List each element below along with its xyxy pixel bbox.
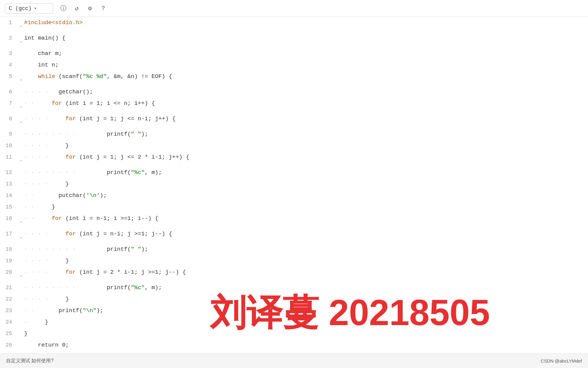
fold-arrow — [18, 316, 24, 320]
fold-arrow — [18, 190, 24, 194]
code-content: return 0; — [24, 339, 588, 351]
line-number: 15 — [0, 201, 18, 213]
code-line-21: 21 · · · · · · · · printf("%c", m); — [0, 282, 588, 293]
code-content: char m; — [24, 48, 588, 59]
fold-arrow — [18, 339, 24, 343]
fold-arrow — [18, 328, 24, 332]
line-number: 6 — [0, 86, 18, 98]
line-number: 14 — [0, 190, 18, 201]
chevron-down-icon: ▾ — [34, 6, 37, 11]
code-line-12: 12 · · · · · · · · printf("%c", m); — [0, 167, 588, 178]
line-number: 12 — [0, 167, 18, 178]
code-line-14: 14 · · putchar('\n'); — [0, 190, 588, 201]
code-line-18: 18 · · · · · · · · printf(" "); — [0, 244, 588, 255]
code-line-19: 19 · · · · } — [0, 255, 588, 266]
code-content: · · } — [24, 201, 588, 213]
code-content: · · printf("\n"); — [24, 305, 588, 316]
fold-arrow — [18, 178, 24, 182]
code-line-25: 25 } — [0, 328, 588, 339]
code-line-7: 7 ▾ · · for (int i = 1; i <= n; i++) { — [0, 98, 588, 113]
language-label: C (gcc) — [9, 5, 32, 11]
line-number: 17 — [0, 228, 18, 240]
code-content: while (scanf("%c %d", &m, &n) != EOF) { — [24, 71, 588, 82]
code-content: · · · · for (int j = 1; j <= 2 * i-1; j+… — [24, 151, 588, 163]
code-content: · · · · for (int j = 2 * i-1; j >=1; j--… — [24, 266, 588, 278]
code-content: · · · · · · · · printf("%c", m); — [24, 167, 588, 178]
line-number: 23 — [0, 305, 18, 316]
fold-arrow[interactable]: ▾ — [18, 266, 24, 282]
code-content: · · · · } — [24, 178, 588, 190]
line-number: 26 — [0, 339, 18, 351]
toolbar: C (gcc) ▾ ⓘ ↺ ⚙ ? — [0, 0, 588, 17]
code-content: · · · · getchar(); — [24, 86, 588, 98]
code-content: · · · · · · · · printf("%c", m); — [24, 282, 588, 293]
code-content: int n; — [24, 59, 588, 71]
code-content: #include<stdio.h> — [24, 17, 588, 28]
fold-arrow[interactable]: ▾ — [18, 213, 24, 228]
code-line-6: 6 · · · · getchar(); — [0, 86, 588, 98]
bottom-left-text: 自定义测试 如何使用? — [6, 358, 53, 364]
line-number: 5 — [0, 71, 18, 82]
code-line-23: 23 · · printf("\n"); — [0, 305, 588, 316]
fold-arrow — [18, 305, 24, 309]
fold-arrow[interactable]: ▾ — [18, 98, 24, 113]
code-content: · · · · · · · · printf(" "); — [24, 128, 588, 140]
line-number: 1 — [0, 17, 18, 28]
code-content: · } — [24, 316, 588, 328]
code-line-17: 17 ▾ · · · · for (int j = n-i; j >=1; j-… — [0, 228, 588, 244]
line-number: 4 — [0, 59, 18, 71]
fold-arrow[interactable]: ▾ — [18, 113, 24, 128]
code-line-4: 4 int n; — [0, 59, 588, 71]
code-line-13: 13 · · · · } — [0, 178, 588, 190]
language-selector[interactable]: C (gcc) ▾ — [5, 3, 53, 14]
code-line-9: 9 · · · · · · · · printf(" "); — [0, 128, 588, 140]
code-line-15: 15 · · } — [0, 201, 588, 213]
line-number: 10 — [0, 140, 18, 151]
line-number: 9 — [0, 128, 18, 140]
fold-arrow — [18, 59, 24, 63]
code-line-20: 20 ▾ · · · · for (int j = 2 * i-1; j >=1… — [0, 266, 588, 282]
code-content: int main() { — [24, 32, 588, 44]
fold-arrow — [18, 140, 24, 144]
bottom-bar: 自定义测试 如何使用? CSDN @abcLYMdef — [0, 353, 588, 368]
fold-arrow[interactable]: ▾ — [18, 17, 24, 32]
code-content: · · for (int i = n-1; i >=1; i--) { — [24, 213, 588, 224]
line-number: 13 — [0, 178, 18, 190]
fold-arrow — [18, 86, 24, 90]
fold-arrow — [18, 201, 24, 205]
code-editor: 1 ▾ #include<stdio.h> 2 ▾ int main() { 3… — [0, 17, 588, 351]
code-content: · · · · } — [24, 293, 588, 305]
fold-arrow[interactable]: ▾ — [18, 228, 24, 244]
fold-arrow — [18, 128, 24, 132]
line-number: 3 — [0, 48, 18, 59]
code-line-24: 24 · } — [0, 316, 588, 328]
settings-icon[interactable]: ⚙ — [86, 4, 94, 13]
fold-arrow[interactable]: ▾ — [18, 151, 24, 167]
code-content: · · · · } — [24, 255, 588, 266]
code-content: · · · · for (int j = 1; j <= n-i; j++) { — [24, 113, 588, 124]
fold-arrow[interactable]: ▾ — [18, 71, 24, 86]
fold-arrow — [18, 255, 24, 259]
help-icon[interactable]: ? — [99, 4, 107, 13]
info-icon[interactable]: ⓘ — [59, 4, 68, 13]
history-icon[interactable]: ↺ — [72, 4, 81, 13]
code-line-10: 10 · · · · } — [0, 140, 588, 151]
code-line-8: 8 ▾ · · · · for (int j = 1; j <= n-i; j+… — [0, 113, 588, 128]
line-number: 22 — [0, 293, 18, 305]
code-content: } — [24, 328, 588, 339]
code-line-1: 1 ▾ #include<stdio.h> — [0, 17, 588, 32]
line-number: 20 — [0, 266, 18, 278]
code-line-16: 16 ▾ · · for (int i = n-1; i >=1; i--) { — [0, 213, 588, 228]
code-line-26: 26 return 0; — [0, 339, 588, 351]
code-content: · · putchar('\n'); — [24, 190, 588, 201]
code-line-5: 5 ▾ while (scanf("%c %d", &m, &n) != EOF… — [0, 71, 588, 86]
fold-arrow[interactable]: ▾ — [18, 32, 24, 48]
code-content: · · · · for (int j = n-i; j >=1; j--) { — [24, 228, 588, 240]
line-number: 2 — [0, 32, 18, 44]
fold-arrow — [18, 293, 24, 297]
line-number: 8 — [0, 113, 18, 124]
toolbar-icons: ⓘ ↺ ⚙ ? — [59, 4, 107, 13]
line-number: 21 — [0, 282, 18, 293]
bottom-right-text: CSDN @abcLYMdef — [541, 358, 582, 363]
line-number: 24 — [0, 316, 18, 328]
